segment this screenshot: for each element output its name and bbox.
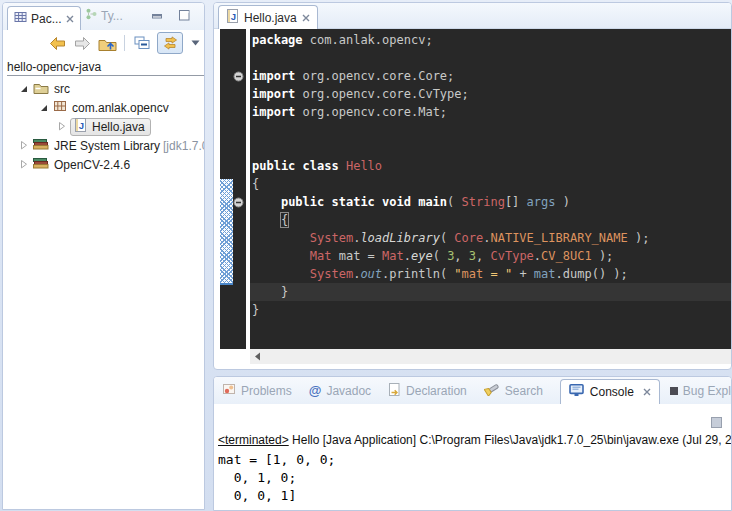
java-file-icon: J	[74, 118, 87, 135]
editor-panel: J Hello.java package com.anlak.opencv;im…	[213, 2, 732, 370]
minimize-icon[interactable]	[152, 10, 163, 24]
tab-console[interactable]: Console	[560, 379, 660, 404]
toolbar-separator	[124, 35, 125, 51]
selected-item-box: J Hello.java	[70, 118, 151, 136]
editor-tab-hello-java[interactable]: J Hello.java	[218, 5, 318, 29]
tab-label: Pac...	[31, 12, 62, 26]
expanded-arrow-icon[interactable]	[39, 104, 48, 112]
problems-icon	[222, 383, 236, 398]
package-explorer-icon	[14, 11, 27, 26]
code-line[interactable]: System.loadLibrary( Core.NATIVE_LIBRARY_…	[250, 229, 732, 247]
view-tabbar: Pac... Ty...	[3, 3, 204, 30]
collapse-all-button[interactable]	[132, 33, 152, 53]
type-hierarchy-icon	[85, 8, 97, 23]
console-body: <terminated> Hello [Java Application] C:…	[214, 404, 731, 511]
bug-explorer-icon	[670, 384, 678, 398]
code-line[interactable]	[250, 49, 732, 67]
maximize-icon[interactable]	[179, 10, 190, 24]
close-icon[interactable]	[302, 11, 310, 25]
code-line[interactable]	[250, 139, 732, 157]
code-line[interactable]: {	[250, 211, 732, 229]
code-editor[interactable]: package com.anlak.opencv;import org.open…	[250, 29, 732, 349]
close-icon[interactable]	[643, 385, 651, 399]
svg-text:J: J	[231, 11, 236, 22]
package-icon	[53, 100, 67, 115]
console-status-line: <terminated> Hello [Java Application] C:…	[218, 433, 732, 447]
scroll-left-arrow-icon[interactable]	[254, 350, 261, 364]
search-icon	[484, 382, 500, 399]
tree-item-project[interactable]: hello-opencv-java	[7, 58, 205, 76]
editor-content: package com.anlak.opencv;import org.open…	[214, 29, 732, 349]
tab-type-hierarchy[interactable]: Ty...	[85, 8, 123, 23]
tab-search[interactable]: Search	[484, 382, 543, 399]
code-line[interactable]: package com.anlak.opencv;	[250, 31, 732, 49]
code-line[interactable]: Mat mat = Mat.eye( 3, 3, CvType.CV_8UC1 …	[250, 247, 732, 265]
console-output-line: 0, 0, 1]	[218, 487, 335, 505]
library-decoration: [jdk1.7.0	[163, 139, 205, 153]
fold-collapse-icon[interactable]	[233, 197, 244, 211]
package-explorer-toolbar	[3, 30, 204, 56]
tab-bug-explorer[interactable]: Bug Explorer	[670, 384, 732, 398]
view-menu-icon[interactable]	[188, 33, 202, 53]
collapsed-arrow-icon[interactable]	[19, 160, 28, 169]
collapsed-arrow-icon[interactable]	[19, 141, 28, 150]
console-output-line: mat = [1, 0, 0;	[218, 451, 335, 469]
console-panel: Problems @ Javadoc Declaration Search Co…	[213, 376, 732, 511]
tree-item-src[interactable]: src	[19, 79, 70, 98]
code-line[interactable]: }	[250, 283, 732, 301]
console-tabbar: Problems @ Javadoc Declaration Search Co…	[214, 377, 731, 404]
code-line[interactable]: {	[250, 175, 732, 193]
code-line[interactable]: import org.opencv.core.Core;	[250, 67, 732, 85]
tree-item-jre-library[interactable]: JRE System Library [jdk1.7.0	[19, 136, 205, 155]
declaration-icon	[388, 383, 401, 399]
tree-item-hello-java[interactable]: J Hello.java	[57, 117, 151, 136]
terminate-button[interactable]	[711, 417, 722, 431]
editor-tab-label: Hello.java	[244, 11, 297, 25]
tab-problems[interactable]: Problems	[222, 383, 292, 398]
code-line[interactable]: public class Hello	[250, 157, 732, 175]
tab-label: Ty...	[101, 9, 123, 23]
launch-detail: Hello [Java Application] C:\Program File…	[289, 433, 732, 447]
code-line[interactable]: import org.opencv.core.Mat;	[250, 103, 732, 121]
code-line[interactable]	[250, 121, 732, 139]
project-tree: hello-opencv-java src com.anlak.opencv J…	[3, 56, 204, 60]
tab-declaration[interactable]: Declaration	[388, 383, 467, 399]
expanded-arrow-icon[interactable]	[19, 85, 28, 93]
svg-text:J: J	[79, 120, 84, 131]
tab-package-explorer[interactable]: Pac...	[7, 6, 81, 30]
code-line[interactable]: }	[250, 301, 732, 319]
source-folder-icon	[33, 81, 49, 97]
back-button[interactable]	[47, 33, 67, 53]
link-with-editor-button[interactable]	[157, 32, 183, 54]
tab-javadoc[interactable]: @ Javadoc	[309, 383, 371, 398]
fold-collapse-icon[interactable]	[233, 71, 244, 85]
horizontal-scrollbar[interactable]	[250, 349, 732, 364]
console-icon	[569, 384, 585, 400]
annotation-ruler[interactable]	[220, 29, 246, 349]
editor-tabbar: J Hello.java	[214, 3, 731, 29]
java-file-icon: J	[226, 9, 239, 26]
terminated-label: <terminated>	[218, 433, 289, 447]
library-icon	[33, 138, 49, 154]
collapsed-arrow-icon[interactable]	[57, 122, 66, 131]
console-output-line: 0, 1, 0;	[218, 469, 335, 487]
method-range-indicator	[220, 179, 233, 285]
code-line[interactable]: import org.opencv.core.CvType;	[250, 85, 732, 103]
close-icon[interactable]	[66, 12, 74, 26]
tree-item-package[interactable]: com.anlak.opencv	[39, 98, 169, 117]
code-line[interactable]: public static void main( String[] args )	[250, 193, 732, 211]
library-icon	[33, 157, 49, 173]
forward-button[interactable]	[72, 33, 92, 53]
package-explorer-panel: Pac... Ty...	[2, 2, 205, 510]
tree-item-opencv-library[interactable]: OpenCV-2.4.6	[19, 155, 130, 174]
code-line[interactable]: System.out.println( "mat = " + mat.dump(…	[250, 265, 732, 283]
javadoc-at-icon: @	[309, 383, 322, 398]
go-up-button[interactable]	[97, 33, 117, 53]
console-output: mat = [1, 0, 0; 0, 1, 0; 0, 0, 1]	[218, 451, 335, 505]
